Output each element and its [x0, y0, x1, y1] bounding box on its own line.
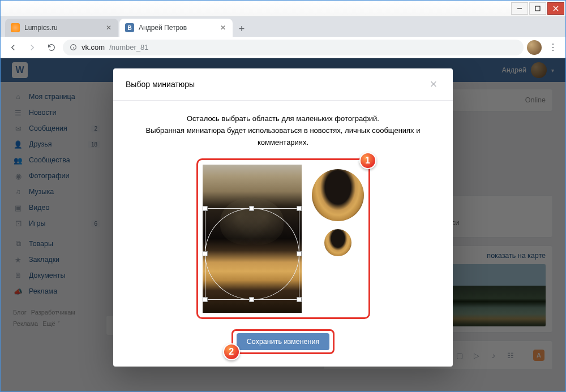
modal-footer: Сохранить изменения 2: [113, 329, 453, 367]
crop-area-wrapper: 1: [196, 158, 370, 319]
arrow-left-icon: [8, 42, 18, 53]
thumbnail-preview-small: [324, 229, 351, 256]
url-host: vk.com: [82, 43, 105, 51]
close-icon: [553, 6, 559, 11]
crop-handle[interactable]: [203, 251, 208, 256]
vk-page: W Андрей ▾ ⌂Моя страница ☰Новости ✉Сообщ…: [1, 58, 565, 391]
profile-avatar[interactable]: [527, 40, 542, 55]
crop-handle[interactable]: [297, 206, 302, 211]
info-icon: [70, 44, 77, 51]
favicon-icon: B: [125, 23, 134, 32]
modal-overlay: Выбор миниатюры × Осталось выбрать облас…: [1, 58, 565, 391]
modal-body: Осталось выбрать область для маленьких ф…: [113, 101, 453, 329]
crop-previews: [312, 165, 364, 256]
window-titlebar: [1, 1, 565, 16]
modal-title: Выбор миниатюры: [126, 80, 427, 89]
url-path: /number_81: [109, 43, 148, 51]
nav-forward-button[interactable]: [24, 40, 40, 55]
browser-tab-active[interactable]: B Андрей Петров ✕: [119, 19, 233, 37]
tab-close-icon[interactable]: ✕: [105, 24, 113, 32]
reload-icon: [47, 43, 56, 52]
crop-handle[interactable]: [249, 206, 254, 211]
browser-window: Lumpics.ru ✕ B Андрей Петров ✕ + vk.com/…: [0, 0, 566, 392]
crop-handle[interactable]: [297, 251, 302, 256]
crop-handle[interactable]: [249, 297, 254, 302]
annotation-highlight-1: 1: [196, 158, 370, 319]
modal-header: Выбор миниатюры ×: [113, 68, 453, 101]
favicon-icon: [11, 23, 20, 32]
crop-handle[interactable]: [297, 297, 302, 302]
thumbnail-preview-large: [312, 169, 364, 221]
crop-source-image[interactable]: [203, 165, 302, 313]
nav-reload-button[interactable]: [44, 40, 59, 55]
browser-tabstrip: Lumpics.ru ✕ B Андрей Петров ✕ +: [1, 16, 565, 37]
tab-close-icon[interactable]: ✕: [219, 24, 227, 32]
maximize-icon: [535, 6, 541, 11]
modal-description: Осталось выбрать область для маленьких ф…: [129, 113, 437, 148]
browser-toolbar: vk.com/number_81 ⋮: [1, 37, 565, 58]
svg-rect-1: [535, 6, 540, 11]
annotation-badge-1: 1: [359, 152, 376, 169]
save-button[interactable]: Сохранить изменения: [237, 333, 329, 350]
arrow-right-icon: [27, 42, 37, 53]
crop-selector[interactable]: [205, 209, 299, 299]
crop-handle[interactable]: [203, 297, 208, 302]
modal-close-button[interactable]: ×: [427, 77, 440, 91]
browser-menu-button[interactable]: ⋮: [545, 40, 561, 55]
modal-desc-line: Выбранная миниатюра будет использоваться…: [129, 125, 437, 149]
tab-title: Андрей Петров: [139, 24, 219, 32]
browser-tab[interactable]: Lumpics.ru ✕: [5, 19, 118, 37]
nav-back-button[interactable]: [5, 40, 21, 55]
window-close-button[interactable]: [547, 2, 564, 15]
new-tab-button[interactable]: +: [234, 21, 250, 37]
thumbnail-modal: Выбор миниатюры × Осталось выбрать облас…: [113, 68, 453, 367]
annotation-badge-2: 2: [223, 343, 240, 360]
window-minimize-button[interactable]: [511, 2, 528, 15]
modal-desc-line: Осталось выбрать область для маленьких ф…: [129, 113, 437, 125]
minimize-icon: [517, 6, 522, 11]
window-maximize-button[interactable]: [529, 2, 546, 15]
address-bar[interactable]: vk.com/number_81: [63, 40, 524, 55]
annotation-highlight-2: Сохранить изменения 2: [231, 329, 335, 354]
tab-title: Lumpics.ru: [24, 24, 105, 32]
crop-handle[interactable]: [203, 206, 208, 211]
